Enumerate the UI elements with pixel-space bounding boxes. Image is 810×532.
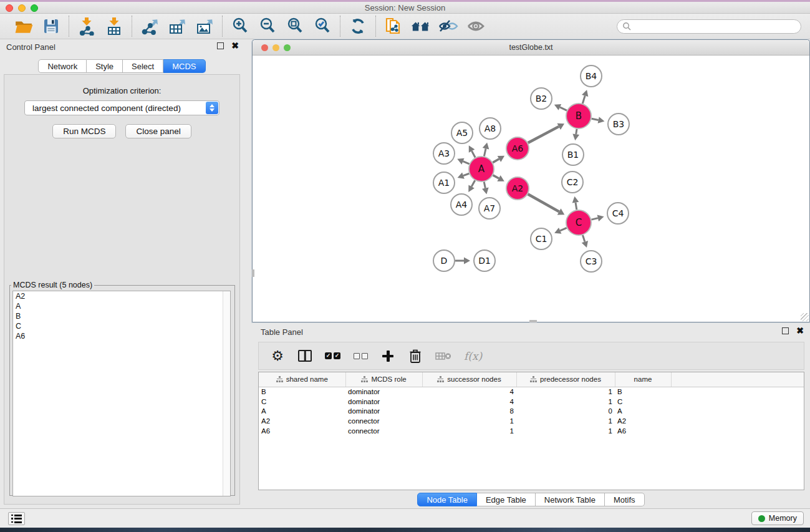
show-column-button[interactable] xyxy=(297,347,312,365)
graph-edge-D-D1[interactable] xyxy=(455,258,470,264)
memory-button[interactable]: Memory xyxy=(751,511,804,525)
tab-network-table[interactable]: Network Table xyxy=(536,493,605,506)
graph-node-C1[interactable]: C1 xyxy=(531,228,552,249)
run-mcds-button[interactable]: Run MCDS xyxy=(52,124,116,138)
table-cell[interactable]: dominator xyxy=(345,397,422,407)
graph-edge-A6-B[interactable] xyxy=(528,123,564,143)
table-cell[interactable]: 1 xyxy=(516,387,615,397)
splitter-handle[interactable] xyxy=(252,269,254,277)
network-canvas[interactable]: AA1A2A3A4A5A6A7A8BB1B2B3B4CC1C2C3C4DD1 xyxy=(253,56,809,322)
graph-edge-A2-C[interactable] xyxy=(528,194,565,215)
table-cell[interactable]: 0 xyxy=(516,407,615,417)
table-row[interactable]: A6connector11A6 xyxy=(259,426,804,436)
zoom-out-button[interactable] xyxy=(258,16,277,36)
home-button[interactable] xyxy=(411,16,431,36)
add-row-button[interactable] xyxy=(380,347,395,365)
table-cell[interactable]: 1 xyxy=(516,426,615,436)
table-cell[interactable]: 1 xyxy=(516,416,615,426)
graph-edge-A-A5[interactable] xyxy=(469,145,475,157)
hide-unhide-button[interactable] xyxy=(438,16,458,36)
table-row[interactable]: Bdominator41B xyxy=(259,387,804,397)
mcds-result-item[interactable]: B xyxy=(13,311,230,321)
scrollbar-track[interactable] xyxy=(223,291,230,496)
criterion-select[interactable]: largest connected component (directed) xyxy=(24,100,219,115)
graph-edge-B-B2[interactable] xyxy=(554,104,567,110)
table-cell[interactable]: A2 xyxy=(615,416,671,426)
mcds-result-item[interactable]: A2 xyxy=(13,291,230,301)
duplicate-network-button[interactable] xyxy=(383,16,403,36)
graph-node-A8[interactable]: A8 xyxy=(480,118,501,139)
graph-node-B2[interactable]: B2 xyxy=(531,88,552,109)
search-input[interactable] xyxy=(634,22,796,31)
table-cell[interactable]: A2 xyxy=(259,416,345,426)
graph-edge-A-A4[interactable] xyxy=(468,180,475,192)
graph-edge-B-B3[interactable] xyxy=(592,117,605,123)
zoom-fit-button[interactable] xyxy=(285,16,305,36)
column-header-successor-nodes[interactable]: successor nodes xyxy=(422,372,516,387)
table-cell[interactable]: C xyxy=(615,397,671,407)
table-cell[interactable]: A6 xyxy=(615,426,671,436)
zoom-selected-button[interactable] xyxy=(312,16,332,36)
graph-node-B3[interactable]: B3 xyxy=(608,114,629,135)
tab-node-table[interactable]: Node Table xyxy=(417,493,477,506)
table-cell[interactable]: A6 xyxy=(259,426,345,436)
export-table-button[interactable] xyxy=(167,16,187,36)
table-cell[interactable]: A xyxy=(259,407,345,417)
graph-edge-C-C1[interactable] xyxy=(554,228,567,234)
graph-node-A1[interactable]: A1 xyxy=(433,172,455,193)
table-cell[interactable]: 4 xyxy=(422,387,516,397)
graph-node-A6[interactable]: A6 xyxy=(506,137,529,160)
table-cell[interactable]: A xyxy=(615,407,671,417)
graph-edge-B-B1[interactable] xyxy=(572,129,579,140)
table-row[interactable]: A2connector11A2 xyxy=(259,416,804,426)
float-panel-icon[interactable] xyxy=(217,42,224,49)
graph-node-C4[interactable]: C4 xyxy=(607,203,629,224)
graph-node-B[interactable]: B xyxy=(566,104,591,128)
export-network-button[interactable] xyxy=(140,16,160,36)
graph-edge-A-A8[interactable] xyxy=(483,142,489,156)
close-panel-icon[interactable]: ✖ xyxy=(231,42,239,49)
graph-node-A2[interactable]: A2 xyxy=(506,177,529,200)
table-row[interactable]: Cdominator41C xyxy=(259,397,804,407)
table-cell[interactable]: 1 xyxy=(422,416,516,426)
graph-edge-A-A3[interactable] xyxy=(457,158,469,165)
graph-node-A3[interactable]: A3 xyxy=(433,143,455,164)
tab-motifs[interactable]: Motifs xyxy=(605,493,645,506)
show-panels-button[interactable] xyxy=(8,512,25,525)
float-panel-icon[interactable] xyxy=(782,327,789,334)
graph-node-B1[interactable]: B1 xyxy=(562,144,584,165)
tab-network[interactable]: Network xyxy=(38,59,87,73)
mcds-result-item[interactable]: A6 xyxy=(13,331,230,341)
table-cell[interactable]: connector xyxy=(345,426,422,436)
search-field[interactable] xyxy=(617,19,801,34)
graph-node-C3[interactable]: C3 xyxy=(581,251,602,272)
column-header-mcds-role[interactable]: MCDS role xyxy=(345,372,422,387)
deselect-all-button[interactable] xyxy=(353,347,368,365)
column-header-predecessor-nodes[interactable]: predecessor nodes xyxy=(516,372,615,387)
refresh-button[interactable] xyxy=(348,16,368,36)
select-all-button[interactable]: ✓✓ xyxy=(325,347,340,365)
graph-node-D1[interactable]: D1 xyxy=(474,250,495,271)
table-row[interactable]: Adominator80A xyxy=(259,407,804,417)
graph-edge-A-A1[interactable] xyxy=(458,173,470,179)
table-cell[interactable]: 1 xyxy=(516,397,615,407)
table-cell[interactable]: connector xyxy=(345,416,422,426)
resize-grip-icon[interactable] xyxy=(801,313,809,321)
table-cell[interactable]: B xyxy=(615,387,671,397)
mcds-result-item[interactable]: A xyxy=(13,301,230,311)
show-graphics-button[interactable] xyxy=(466,16,486,36)
table-cell[interactable]: B xyxy=(259,387,345,397)
table-cell[interactable]: 8 xyxy=(422,407,516,417)
export-image-button[interactable] xyxy=(195,16,215,36)
tab-mcds[interactable]: MCDS xyxy=(163,59,205,73)
graph-node-C[interactable]: C xyxy=(566,210,591,235)
open-session-button[interactable] xyxy=(14,16,34,36)
splitter-handle[interactable] xyxy=(529,320,537,322)
column-header-name[interactable]: name xyxy=(615,372,671,387)
table-cell[interactable]: C xyxy=(259,397,345,407)
graph-node-A5[interactable]: A5 xyxy=(451,122,473,143)
table-cell[interactable]: dominator xyxy=(345,407,422,417)
graph-node-D[interactable]: D xyxy=(433,250,455,271)
tab-style[interactable]: Style xyxy=(87,59,123,73)
column-settings-button[interactable]: ⚙ xyxy=(270,347,285,365)
